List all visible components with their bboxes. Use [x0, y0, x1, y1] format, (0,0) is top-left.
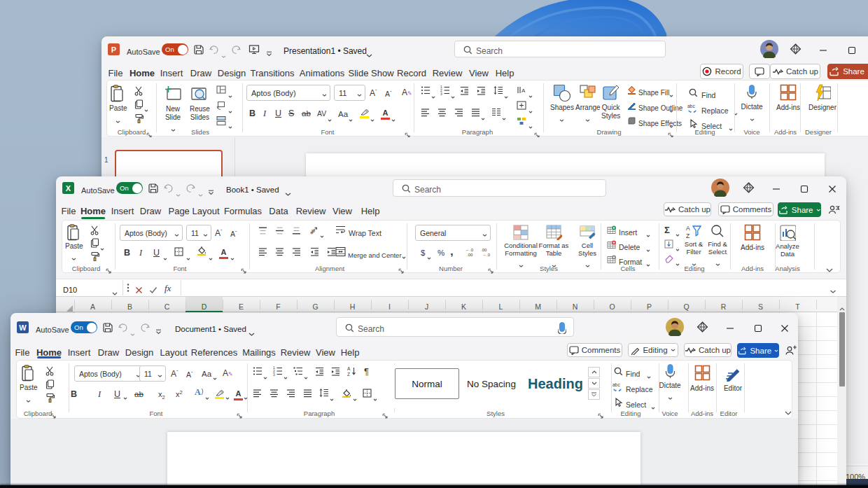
svg-text:←.0: ←.0: [465, 248, 474, 252]
svg-text:ab: ab: [612, 382, 618, 387]
svg-text:Z: Z: [686, 232, 690, 239]
svg-text:→.0: →.0: [482, 253, 491, 257]
svg-text:ab: ab: [309, 228, 316, 235]
svg-text:ab: ab: [687, 104, 693, 109]
svg-text:3: 3: [440, 92, 442, 95]
svg-text:A: A: [522, 88, 526, 94]
svg-text:A: A: [195, 387, 201, 397]
svg-text:c: c: [618, 382, 621, 387]
svg-text:c: c: [693, 104, 696, 109]
svg-text:A: A: [686, 225, 690, 232]
svg-text:3: 3: [273, 372, 275, 376]
svg-text:.00: .00: [481, 248, 487, 252]
svg-text:.00: .00: [467, 253, 473, 257]
svg-text:A: A: [347, 366, 351, 371]
svg-text:Z: Z: [347, 372, 350, 377]
